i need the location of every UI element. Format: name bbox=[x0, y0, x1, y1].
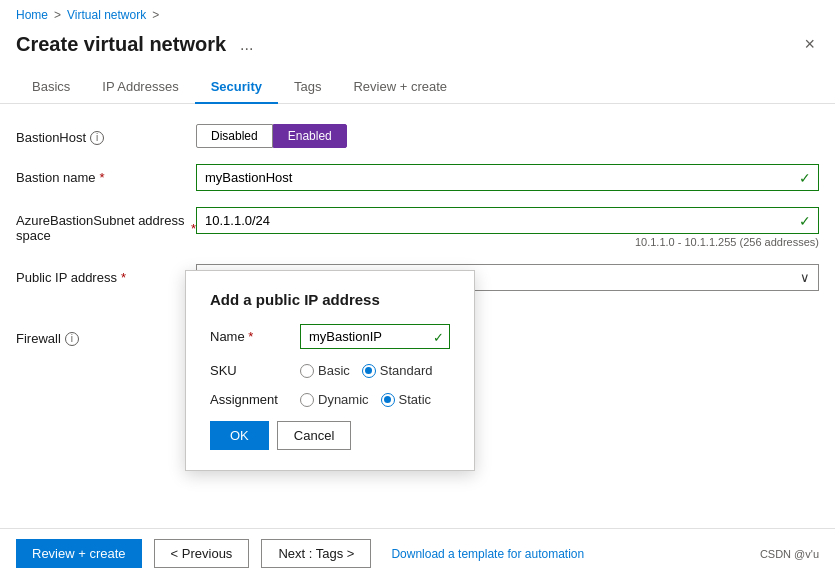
footer-user: CSDN @v'u bbox=[760, 548, 819, 560]
modal-name-row: Name * ✓ bbox=[210, 324, 450, 349]
modal-sku-group: Basic Standard bbox=[300, 363, 433, 378]
tab-ip-addresses[interactable]: IP Addresses bbox=[86, 71, 194, 104]
tab-tags[interactable]: Tags bbox=[278, 71, 337, 104]
assignment-static-label: Static bbox=[399, 392, 432, 407]
bastion-host-info-icon[interactable]: i bbox=[90, 131, 104, 145]
bastion-host-control: Disabled Enabled bbox=[196, 124, 819, 148]
modal-assignment-group: Dynamic Static bbox=[300, 392, 431, 407]
modal-name-input[interactable] bbox=[300, 324, 450, 349]
bastion-name-label: Bastion name * bbox=[16, 164, 196, 185]
bastion-name-control: ✓ bbox=[196, 164, 819, 191]
modal-name-required: * bbox=[248, 329, 253, 344]
breadcrumb: Home > Virtual network > bbox=[0, 0, 835, 26]
breadcrumb-sep1: > bbox=[54, 8, 61, 22]
firewall-label: Firewall i bbox=[16, 325, 196, 346]
modal-cancel-button[interactable]: Cancel bbox=[277, 421, 351, 450]
modal-sku-row: SKU Basic Standard bbox=[210, 363, 450, 378]
sku-standard-label: Standard bbox=[380, 363, 433, 378]
breadcrumb-home[interactable]: Home bbox=[16, 8, 48, 22]
modal-ok-button[interactable]: OK bbox=[210, 421, 269, 450]
modal-actions: OK Cancel bbox=[210, 421, 450, 450]
bastion-name-input[interactable] bbox=[196, 164, 819, 191]
assignment-dynamic-label: Dynamic bbox=[318, 392, 369, 407]
public-ip-label: Public IP address * bbox=[16, 264, 196, 285]
sku-standard-radio[interactable] bbox=[362, 364, 376, 378]
assignment-dynamic-radio[interactable] bbox=[300, 393, 314, 407]
breadcrumb-sep2: > bbox=[152, 8, 159, 22]
tab-security[interactable]: Security bbox=[195, 71, 278, 104]
subnet-address-row: AzureBastionSubnet address space * ✓ 10.… bbox=[16, 207, 819, 248]
sku-basic-option[interactable]: Basic bbox=[300, 363, 350, 378]
subnet-address-check-icon: ✓ bbox=[799, 213, 811, 229]
toggle-disabled[interactable]: Disabled bbox=[196, 124, 273, 148]
tabs-bar: Basics IP Addresses Security Tags Review… bbox=[0, 71, 835, 104]
sku-standard-option[interactable]: Standard bbox=[362, 363, 433, 378]
tab-basics[interactable]: Basics bbox=[16, 71, 86, 104]
close-button[interactable]: × bbox=[800, 30, 819, 59]
review-create-button[interactable]: Review + create bbox=[16, 539, 142, 568]
bastion-name-input-wrapper: ✓ bbox=[196, 164, 819, 191]
dropdown-chevron-icon: ∨ bbox=[800, 270, 810, 285]
tab-review-create[interactable]: Review + create bbox=[337, 71, 463, 104]
bastion-name-row: Bastion name * ✓ bbox=[16, 164, 819, 191]
firewall-info-icon[interactable]: i bbox=[65, 332, 79, 346]
modal-name-input-wrapper: ✓ bbox=[300, 324, 450, 349]
previous-button[interactable]: < Previous bbox=[154, 539, 250, 568]
subnet-hint: 10.1.1.0 - 10.1.1.255 (256 addresses) bbox=[196, 236, 819, 248]
assignment-static-option[interactable]: Static bbox=[381, 392, 432, 407]
subnet-address-input-wrapper: ✓ bbox=[196, 207, 819, 234]
toggle-enabled[interactable]: Enabled bbox=[273, 124, 347, 148]
bastion-host-label: BastionHost i bbox=[16, 124, 196, 145]
sku-basic-radio[interactable] bbox=[300, 364, 314, 378]
ellipsis-button[interactable]: ... bbox=[236, 32, 257, 58]
public-ip-required: * bbox=[121, 270, 126, 285]
sku-basic-label: Basic bbox=[318, 363, 350, 378]
modal-sku-label: SKU bbox=[210, 363, 300, 378]
modal-assignment-label: Assignment bbox=[210, 392, 300, 407]
bastion-name-required: * bbox=[100, 170, 105, 185]
next-tags-button[interactable]: Next : Tags > bbox=[261, 539, 371, 568]
breadcrumb-virtual-network[interactable]: Virtual network bbox=[67, 8, 146, 22]
assignment-dynamic-option[interactable]: Dynamic bbox=[300, 392, 369, 407]
modal-title: Add a public IP address bbox=[210, 291, 450, 308]
page-title: Create virtual network bbox=[16, 33, 226, 56]
modal-assignment-row: Assignment Dynamic Static bbox=[210, 392, 450, 407]
add-public-ip-modal: Add a public IP address Name * ✓ SKU Bas… bbox=[185, 270, 475, 471]
subnet-address-label: AzureBastionSubnet address space * bbox=[16, 207, 196, 243]
subnet-address-control: ✓ 10.1.1.0 - 10.1.1.255 (256 addresses) bbox=[196, 207, 819, 248]
subnet-address-input[interactable] bbox=[196, 207, 819, 234]
assignment-static-radio[interactable] bbox=[381, 393, 395, 407]
modal-name-check-icon: ✓ bbox=[433, 329, 444, 344]
download-template-link[interactable]: Download a template for automation bbox=[391, 547, 584, 561]
footer: Review + create < Previous Next : Tags >… bbox=[0, 528, 835, 578]
bastion-host-row: BastionHost i Disabled Enabled bbox=[16, 124, 819, 148]
modal-name-label: Name * bbox=[210, 329, 300, 344]
bastion-name-check-icon: ✓ bbox=[799, 170, 811, 186]
page-header: Create virtual network ... × bbox=[0, 26, 835, 71]
bastion-host-toggle-group: Disabled Enabled bbox=[196, 124, 819, 148]
